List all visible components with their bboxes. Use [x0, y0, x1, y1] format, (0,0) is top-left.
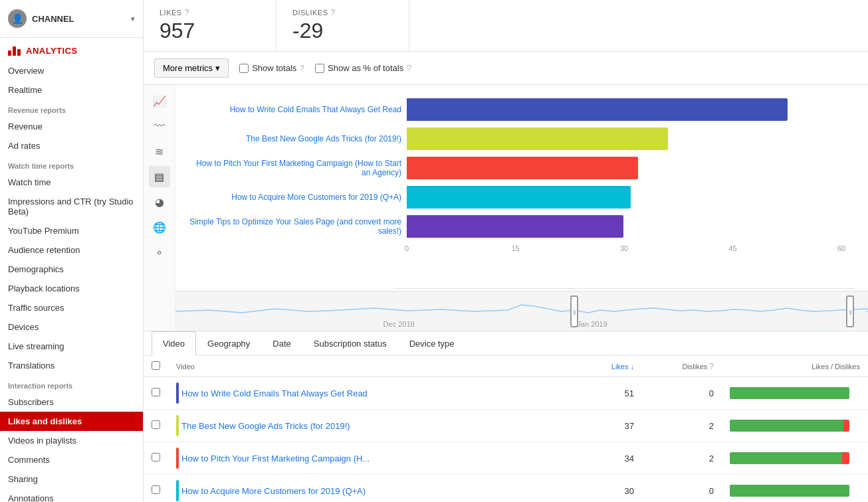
table-cell-likes: 51	[576, 377, 642, 410]
bubble-chart-icon[interactable]: ⚬	[149, 242, 170, 263]
sidebar-item-live-streaming[interactable]: Live streaming	[0, 337, 143, 356]
sidebar-header[interactable]: 👤 CHANNEL ▾	[0, 0, 143, 38]
bar-fill	[407, 127, 668, 150]
select-all-checkbox[interactable]	[152, 361, 160, 370]
table-tab-video[interactable]: Video	[152, 331, 196, 356]
row-checkbox[interactable]	[152, 453, 160, 461]
sidebar-item-videos-playlists[interactable]: Videos in playlists	[0, 431, 143, 450]
bar-label[interactable]: How to Pitch Your First Marketing Campai…	[189, 159, 401, 177]
table-cell-dislikes: 2	[642, 442, 722, 475]
sidebar-item-ad-rates[interactable]: Ad rates	[0, 136, 143, 155]
row-checkbox[interactable]	[152, 485, 160, 494]
dislikes-help-icon[interactable]: ?	[709, 362, 714, 371]
bar-track	[407, 127, 855, 150]
table-section: VideoGeographyDateSubscription statusDev…	[144, 331, 868, 502]
sidebar-section-watch-time-reports: Watch time reports	[0, 155, 143, 173]
video-link[interactable]: How to Acquire More Customers for 2019 (…	[181, 486, 366, 496]
likes-bar	[730, 485, 849, 497]
sidebar-item-revenue[interactable]: Revenue	[0, 117, 143, 136]
table-tab-geography[interactable]: Geography	[196, 331, 261, 356]
table-head: Video Likes ↓ Dislikes ? Likes / Dislike…	[144, 356, 868, 377]
chevron-down-icon[interactable]: ▾	[131, 15, 135, 23]
show-pct-help-icon[interactable]: ?	[407, 64, 411, 73]
show-pct-label[interactable]: Show as % of totals ?	[315, 63, 411, 73]
col-likes[interactable]: Likes ↓	[576, 356, 642, 377]
col-dislikes[interactable]: Dislikes ?	[642, 356, 722, 377]
ratio-bar	[730, 485, 849, 497]
table-scroll[interactable]: Video Likes ↓ Dislikes ? Likes / Dislike…	[144, 356, 868, 502]
table-cell-video: The Best New Google Ads Tricks (for 2019…	[168, 410, 576, 442]
table-tabs: VideoGeographyDateSubscription statusDev…	[144, 331, 868, 356]
metric-help-icon[interactable]: ?	[185, 8, 189, 17]
sidebar-item-traffic-sources[interactable]: Traffic sources	[0, 298, 143, 317]
sidebar: 👤 CHANNEL ▾ ANALYTICS OverviewRealtimeRe…	[0, 0, 144, 502]
sidebar-item-comments[interactable]: Comments	[0, 450, 143, 469]
bar-label[interactable]: The Best New Google Ads Tricks (for 2019…	[189, 134, 401, 143]
table-tab-date[interactable]: Date	[261, 331, 302, 356]
stacked-area-icon[interactable]: ≋	[149, 141, 170, 162]
likes-bar	[730, 420, 843, 432]
show-pct-checkbox[interactable]	[315, 64, 324, 73]
sidebar-item-impressions[interactable]: Impressions and CTR (try Studio Beta)	[0, 192, 143, 221]
sidebar-section-revenue-reports: Revenue reports	[0, 100, 143, 117]
chart-bar-row: How to Pitch Your First Marketing Campai…	[189, 157, 855, 179]
x-tick: 30	[620, 244, 628, 252]
pie-chart-icon[interactable]: ◕	[149, 191, 170, 212]
bar-fill	[407, 215, 623, 238]
timeline-handle-left[interactable]	[570, 295, 578, 327]
sidebar-item-subscribers[interactable]: Subscribers	[0, 392, 143, 412]
sidebar-item-translations[interactable]: Translations	[0, 356, 143, 375]
metric-label: LIKES ?	[160, 8, 260, 17]
timeline-svg	[175, 292, 868, 331]
timeline-strip[interactable]: Dec 2018 Jan 2019	[175, 291, 868, 331]
more-metrics-button[interactable]: More metrics ▾	[154, 58, 229, 78]
metric-box-dislikes: DISLIKES ? -29	[276, 0, 409, 51]
table-cell-likes: 34	[576, 442, 642, 475]
bar-label[interactable]: How to Write Cold Emails That Always Get…	[189, 105, 401, 114]
bar-fill	[407, 157, 638, 179]
row-checkbox[interactable]	[152, 388, 160, 396]
show-totals-label[interactable]: Show totals ?	[239, 63, 304, 73]
sidebar-item-sharing[interactable]: Sharing	[0, 469, 143, 489]
table-cell-ratio	[722, 377, 868, 410]
timeline-handle-right[interactable]	[846, 295, 854, 327]
area-chart-icon[interactable]: 〰	[149, 116, 170, 137]
table-cell-video: How to Write Cold Emails That Always Get…	[168, 377, 576, 410]
show-totals-help-icon[interactable]: ?	[300, 64, 304, 73]
table-tab-subscription-status[interactable]: Subscription status	[302, 331, 398, 356]
bar-label[interactable]: Simple Tips to Optimize Your Sales Page …	[189, 217, 401, 236]
bar-label[interactable]: How to Acquire More Customers for 2019 (…	[189, 193, 401, 202]
video-link[interactable]: The Best New Google Ads Tricks (for 2019…	[181, 421, 350, 431]
metric-help-icon[interactable]: ?	[331, 8, 336, 17]
table-tab-device-type[interactable]: Device type	[398, 331, 466, 356]
sidebar-item-realtime[interactable]: Realtime	[0, 80, 143, 100]
sidebar-item-playback-locations[interactable]: Playback locations	[0, 279, 143, 298]
sidebar-item-annotations[interactable]: Annotations	[0, 489, 143, 502]
row-checkbox[interactable]	[152, 420, 160, 429]
metric-value: 957	[160, 19, 260, 43]
bar-chart-icon[interactable]: ▤	[149, 166, 170, 187]
chart-bar-row: Simple Tips to Optimize Your Sales Page …	[189, 215, 855, 238]
globe-icon[interactable]: 🌐	[149, 216, 170, 238]
sidebar-item-overview[interactable]: Overview	[0, 61, 143, 80]
sidebar-item-audience-retention[interactable]: Audience retention	[0, 240, 143, 260]
video-link[interactable]: How to Pitch Your First Marketing Campai…	[181, 454, 370, 463]
sidebar-item-demographics[interactable]: Demographics	[0, 260, 143, 279]
sidebar-item-devices[interactable]: Devices	[0, 317, 143, 337]
show-totals-checkbox[interactable]	[239, 64, 249, 73]
dislikes-bar	[843, 420, 849, 432]
table-row: The Best New Google Ads Tricks (for 2019…	[144, 410, 868, 442]
chart-area: 📈 〰 ≋ ▤ ◕ 🌐 ⚬ How to Write Cold Emails T…	[144, 85, 868, 331]
sidebar-item-yt-premium[interactable]: YouTube Premium	[0, 221, 143, 240]
analytics-label: ANALYTICS	[26, 46, 78, 56]
sidebar-item-likes-dislikes[interactable]: Likes and dislikes	[0, 412, 143, 431]
sort-desc-icon: ↓	[631, 363, 635, 371]
chart-bar-row: How to Acquire More Customers for 2019 (…	[189, 186, 855, 209]
table-cell-video: How to Pitch Your First Marketing Campai…	[168, 442, 576, 475]
line-chart-icon[interactable]: 📈	[149, 90, 170, 112]
color-indicator	[176, 415, 179, 436]
sidebar-item-watch-time[interactable]: Watch time	[0, 173, 143, 192]
x-tick: 60	[837, 244, 845, 252]
video-link[interactable]: How to Write Cold Emails That Always Get…	[181, 388, 368, 398]
table-cell-likes: 30	[576, 475, 642, 503]
